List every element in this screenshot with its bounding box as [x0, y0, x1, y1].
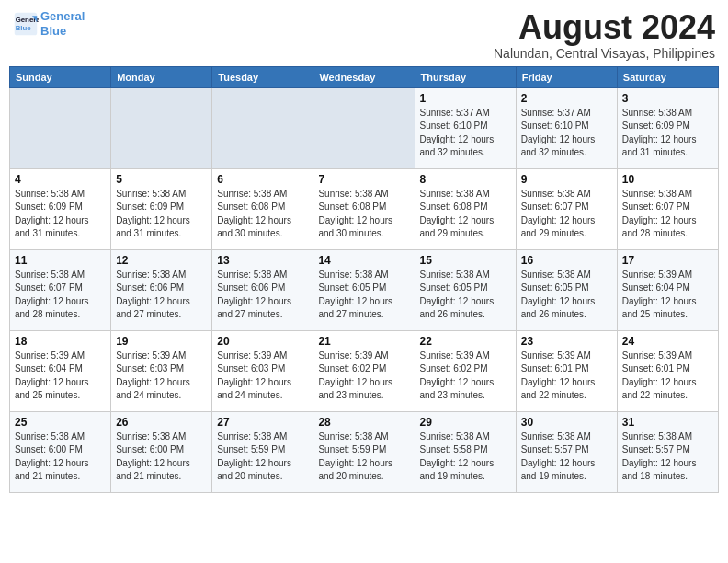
day-info: Sunrise: 5:39 AM Sunset: 6:03 PM Dayligh…	[217, 350, 308, 403]
day-info: Sunrise: 5:38 AM Sunset: 6:06 PM Dayligh…	[116, 269, 207, 322]
day-number: 23	[521, 335, 612, 348]
day-number: 17	[622, 254, 713, 267]
day-info: Sunrise: 5:38 AM Sunset: 6:08 PM Dayligh…	[318, 188, 409, 241]
calendar-week-row: 25Sunrise: 5:38 AM Sunset: 6:00 PM Dayli…	[10, 411, 719, 492]
calendar-cell: 19Sunrise: 5:39 AM Sunset: 6:03 PM Dayli…	[111, 330, 212, 411]
calendar-header: SundayMondayTuesdayWednesdayThursdayFrid…	[10, 66, 719, 87]
calendar-cell: 17Sunrise: 5:39 AM Sunset: 6:04 PM Dayli…	[617, 249, 718, 330]
month-year: August 2024	[494, 9, 715, 46]
day-info: Sunrise: 5:39 AM Sunset: 6:01 PM Dayligh…	[622, 350, 713, 403]
calendar-week-row: 11Sunrise: 5:38 AM Sunset: 6:07 PM Dayli…	[10, 249, 719, 330]
day-number: 9	[521, 173, 612, 186]
calendar-cell: 26Sunrise: 5:38 AM Sunset: 6:00 PM Dayli…	[111, 411, 212, 492]
calendar-cell: 29Sunrise: 5:38 AM Sunset: 5:58 PM Dayli…	[415, 411, 516, 492]
calendar-cell	[313, 87, 415, 168]
weekday-header: Tuesday	[212, 66, 313, 87]
day-info: Sunrise: 5:38 AM Sunset: 6:07 PM Dayligh…	[521, 188, 612, 241]
calendar-cell: 7Sunrise: 5:38 AM Sunset: 6:08 PM Daylig…	[313, 168, 415, 249]
calendar-cell: 23Sunrise: 5:39 AM Sunset: 6:01 PM Dayli…	[516, 330, 617, 411]
weekday-header: Friday	[516, 66, 617, 87]
calendar-cell: 15Sunrise: 5:38 AM Sunset: 6:05 PM Dayli…	[415, 249, 516, 330]
day-number: 3	[622, 92, 713, 105]
page-header: General Blue General Blue August 2024 Na…	[9, 9, 719, 61]
day-number: 7	[318, 173, 409, 186]
calendar-cell: 28Sunrise: 5:38 AM Sunset: 5:59 PM Dayli…	[313, 411, 415, 492]
day-number: 27	[217, 416, 308, 429]
day-info: Sunrise: 5:38 AM Sunset: 5:58 PM Dayligh…	[420, 431, 511, 484]
calendar-cell: 16Sunrise: 5:38 AM Sunset: 6:05 PM Dayli…	[516, 249, 617, 330]
logo: General Blue General Blue	[13, 9, 85, 38]
day-number: 31	[622, 416, 713, 429]
calendar-cell: 31Sunrise: 5:38 AM Sunset: 5:57 PM Dayli…	[617, 411, 718, 492]
day-info: Sunrise: 5:39 AM Sunset: 6:04 PM Dayligh…	[622, 269, 713, 322]
day-info: Sunrise: 5:38 AM Sunset: 6:06 PM Dayligh…	[217, 269, 308, 322]
day-info: Sunrise: 5:38 AM Sunset: 6:05 PM Dayligh…	[420, 269, 511, 322]
day-number: 24	[622, 335, 713, 348]
day-info: Sunrise: 5:38 AM Sunset: 6:09 PM Dayligh…	[622, 107, 713, 160]
weekday-header: Monday	[111, 66, 212, 87]
calendar-week-row: 1Sunrise: 5:37 AM Sunset: 6:10 PM Daylig…	[10, 87, 719, 168]
day-info: Sunrise: 5:38 AM Sunset: 5:57 PM Dayligh…	[521, 431, 612, 484]
day-info: Sunrise: 5:38 AM Sunset: 6:05 PM Dayligh…	[521, 269, 612, 322]
calendar-cell: 2Sunrise: 5:37 AM Sunset: 6:10 PM Daylig…	[516, 87, 617, 168]
day-number: 4	[15, 173, 106, 186]
calendar-table: SundayMondayTuesdayWednesdayThursdayFrid…	[9, 66, 719, 493]
day-info: Sunrise: 5:38 AM Sunset: 6:09 PM Dayligh…	[116, 188, 207, 241]
calendar-cell: 24Sunrise: 5:39 AM Sunset: 6:01 PM Dayli…	[617, 330, 718, 411]
calendar-cell: 5Sunrise: 5:38 AM Sunset: 6:09 PM Daylig…	[111, 168, 212, 249]
day-number: 29	[420, 416, 511, 429]
day-number: 5	[116, 173, 207, 186]
day-number: 30	[521, 416, 612, 429]
day-number: 21	[318, 335, 409, 348]
day-number: 20	[217, 335, 308, 348]
calendar-cell: 13Sunrise: 5:38 AM Sunset: 6:06 PM Dayli…	[212, 249, 313, 330]
calendar-body: 1Sunrise: 5:37 AM Sunset: 6:10 PM Daylig…	[10, 87, 719, 492]
calendar-cell: 30Sunrise: 5:38 AM Sunset: 5:57 PM Dayli…	[516, 411, 617, 492]
day-info: Sunrise: 5:39 AM Sunset: 6:02 PM Dayligh…	[318, 350, 409, 403]
day-info: Sunrise: 5:38 AM Sunset: 6:07 PM Dayligh…	[622, 188, 713, 241]
logo-text: General Blue	[40, 9, 85, 38]
calendar-cell: 6Sunrise: 5:38 AM Sunset: 6:08 PM Daylig…	[212, 168, 313, 249]
day-info: Sunrise: 5:38 AM Sunset: 6:00 PM Dayligh…	[116, 431, 207, 484]
day-info: Sunrise: 5:38 AM Sunset: 6:05 PM Dayligh…	[318, 269, 409, 322]
day-number: 13	[217, 254, 308, 267]
calendar-cell: 20Sunrise: 5:39 AM Sunset: 6:03 PM Dayli…	[212, 330, 313, 411]
title-block: August 2024 Nalundan, Central Visayas, P…	[494, 9, 715, 61]
day-number: 16	[521, 254, 612, 267]
weekday-row: SundayMondayTuesdayWednesdayThursdayFrid…	[10, 66, 719, 87]
day-number: 18	[15, 335, 106, 348]
day-info: Sunrise: 5:39 AM Sunset: 6:03 PM Dayligh…	[116, 350, 207, 403]
day-number: 10	[622, 173, 713, 186]
calendar-week-row: 4Sunrise: 5:38 AM Sunset: 6:09 PM Daylig…	[10, 168, 719, 249]
calendar-cell: 11Sunrise: 5:38 AM Sunset: 6:07 PM Dayli…	[10, 249, 111, 330]
day-number: 2	[521, 92, 612, 105]
calendar-cell: 18Sunrise: 5:39 AM Sunset: 6:04 PM Dayli…	[10, 330, 111, 411]
day-number: 25	[15, 416, 106, 429]
calendar-cell	[111, 87, 212, 168]
day-info: Sunrise: 5:39 AM Sunset: 6:04 PM Dayligh…	[15, 350, 106, 403]
weekday-header: Wednesday	[313, 66, 415, 87]
day-number: 11	[15, 254, 106, 267]
day-number: 12	[116, 254, 207, 267]
day-info: Sunrise: 5:38 AM Sunset: 5:59 PM Dayligh…	[217, 431, 308, 484]
day-info: Sunrise: 5:38 AM Sunset: 6:07 PM Dayligh…	[15, 269, 106, 322]
calendar-cell: 22Sunrise: 5:39 AM Sunset: 6:02 PM Dayli…	[415, 330, 516, 411]
day-info: Sunrise: 5:38 AM Sunset: 5:59 PM Dayligh…	[318, 431, 409, 484]
calendar-cell: 4Sunrise: 5:38 AM Sunset: 6:09 PM Daylig…	[10, 168, 111, 249]
location: Nalundan, Central Visayas, Philippines	[494, 46, 715, 61]
calendar-cell: 9Sunrise: 5:38 AM Sunset: 6:07 PM Daylig…	[516, 168, 617, 249]
weekday-header: Saturday	[617, 66, 718, 87]
calendar-cell: 21Sunrise: 5:39 AM Sunset: 6:02 PM Dayli…	[313, 330, 415, 411]
svg-text:Blue: Blue	[16, 24, 32, 32]
day-number: 1	[420, 92, 511, 105]
day-number: 6	[217, 173, 308, 186]
day-number: 28	[318, 416, 409, 429]
day-info: Sunrise: 5:38 AM Sunset: 6:09 PM Dayligh…	[15, 188, 106, 241]
day-info: Sunrise: 5:38 AM Sunset: 5:57 PM Dayligh…	[622, 431, 713, 484]
day-info: Sunrise: 5:38 AM Sunset: 6:08 PM Dayligh…	[217, 188, 308, 241]
calendar-cell: 25Sunrise: 5:38 AM Sunset: 6:00 PM Dayli…	[10, 411, 111, 492]
calendar-cell: 3Sunrise: 5:38 AM Sunset: 6:09 PM Daylig…	[617, 87, 718, 168]
calendar-cell: 27Sunrise: 5:38 AM Sunset: 5:59 PM Dayli…	[212, 411, 313, 492]
calendar-week-row: 18Sunrise: 5:39 AM Sunset: 6:04 PM Dayli…	[10, 330, 719, 411]
day-number: 14	[318, 254, 409, 267]
